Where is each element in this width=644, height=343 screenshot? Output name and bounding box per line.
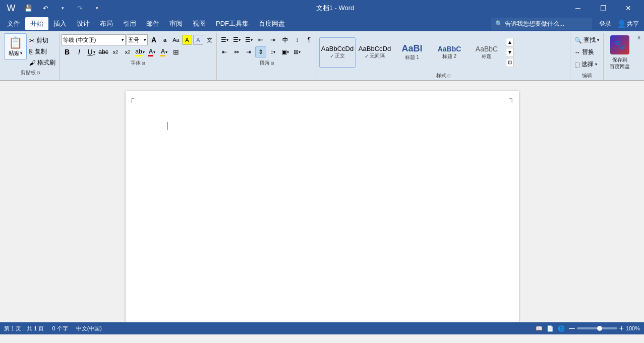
styles-scroll-down-btn[interactable]: ▼ bbox=[506, 48, 514, 57]
menu-review[interactable]: 审阅 bbox=[164, 17, 188, 30]
styles-scroll-up-btn[interactable]: ▲ bbox=[506, 38, 514, 47]
font-label: 字体 ⊡ bbox=[62, 59, 214, 68]
zoom-slider[interactable] bbox=[577, 327, 617, 329]
superscript-btn[interactable]: x2 bbox=[122, 46, 133, 58]
cut-button[interactable]: ✂ 剪切 bbox=[28, 35, 57, 46]
align-left-btn[interactable]: ⇤ bbox=[219, 46, 230, 58]
highlight-color-btn[interactable]: A bbox=[182, 35, 192, 45]
decrease-indent-btn[interactable]: ⇤ bbox=[255, 34, 266, 45]
text-cursor-area[interactable] bbox=[167, 122, 167, 130]
redo-btn[interactable]: ↷ bbox=[73, 1, 87, 15]
font-color-btn[interactable]: A ▾ bbox=[146, 46, 157, 58]
phonetic-btn[interactable]: 文 bbox=[204, 35, 214, 45]
word-icon: W bbox=[4, 1, 18, 15]
paragraph-group: ☰▾ ☰▾ ☰▾ ⇤ ⇥ 中 ↕ ¶ ⇤ ⇔ bbox=[217, 33, 317, 80]
style-heading2[interactable]: AaBbC 标题 2 bbox=[431, 37, 467, 68]
zoom-in-btn[interactable]: + bbox=[619, 324, 624, 333]
show-hide-btn[interactable]: ¶ bbox=[304, 34, 315, 45]
status-left: 第 1 页，共 1 页 0 个字 中文(中国) bbox=[4, 325, 102, 332]
collapse-ribbon-btn[interactable]: ∧ bbox=[637, 34, 641, 41]
search-bar[interactable]: 🔍 告诉我您想要做什么... bbox=[491, 18, 592, 30]
cut-label: 剪切 bbox=[36, 36, 48, 45]
chinese-layout-btn[interactable]: 中 bbox=[279, 34, 290, 45]
bullets-btn[interactable]: ☰▾ bbox=[219, 34, 230, 45]
close-btn[interactable]: ✕ bbox=[617, 0, 640, 16]
decrease-font-btn[interactable]: a bbox=[160, 35, 170, 45]
share-btn[interactable]: 👤 共享 bbox=[614, 19, 642, 29]
save-quick-btn[interactable]: 💾 bbox=[21, 1, 35, 15]
font-expand-icon[interactable]: ⊡ bbox=[142, 61, 145, 66]
justify-btn[interactable]: ⇕ bbox=[255, 46, 266, 58]
document-page[interactable]: ┌ ┐ bbox=[126, 91, 519, 322]
title-bar-title: 文档1 - Word bbox=[104, 4, 566, 13]
undo-dropdown-btn[interactable]: ▾ bbox=[55, 1, 70, 15]
menu-file[interactable]: 文件 bbox=[2, 17, 25, 30]
bullets-icon: ☰ bbox=[221, 36, 226, 43]
text-highlight-btn[interactable]: ab ▾ bbox=[134, 46, 145, 58]
find-btn[interactable]: 🔍 查找 ▾ bbox=[572, 34, 601, 46]
clipboard-expand-icon[interactable]: ⊡ bbox=[37, 71, 40, 75]
styles-more-btn[interactable]: ⊡ bbox=[506, 58, 514, 67]
menu-view[interactable]: 视图 bbox=[188, 17, 211, 30]
replace-btn[interactable]: ↔ 替换 bbox=[572, 46, 601, 58]
styles-label: 样式 ⊡ bbox=[319, 71, 568, 80]
align-center-btn[interactable]: ⇔ bbox=[231, 46, 242, 58]
menu-home[interactable]: 开始 bbox=[25, 17, 48, 30]
menu-design[interactable]: 设计 bbox=[72, 17, 95, 30]
style-heading1[interactable]: AaBl 标题 1 bbox=[394, 37, 430, 68]
font-effect-btn[interactable]: A bbox=[193, 35, 203, 45]
styles-expand-icon[interactable]: ⊡ bbox=[447, 74, 451, 78]
menu-pdf[interactable]: PDF工具集 bbox=[211, 17, 254, 30]
language: 中文(中国) bbox=[76, 325, 102, 332]
italic-btn[interactable]: I bbox=[74, 46, 85, 58]
shading-color-btn[interactable]: A ▾ bbox=[158, 46, 169, 58]
numbering-btn[interactable]: ☰▾ bbox=[231, 34, 242, 45]
read-mode-btn[interactable]: 📖 bbox=[536, 325, 543, 332]
border2-btn[interactable]: ⊞▾ bbox=[291, 46, 303, 58]
paragraph-expand-icon[interactable]: ⊡ bbox=[271, 61, 274, 66]
menu-baidu[interactable]: 百度网盘 bbox=[254, 17, 290, 30]
save-to-cloud-btn[interactable]: 🐾 保存到百度网盘 bbox=[608, 33, 632, 72]
bold-btn[interactable]: B bbox=[62, 46, 73, 58]
increase-indent-btn[interactable]: ⇥ bbox=[267, 34, 278, 45]
login-btn[interactable]: 登录 bbox=[596, 19, 614, 29]
customize-quick-access-btn[interactable]: ▾ bbox=[90, 1, 104, 15]
menu-layout[interactable]: 布局 bbox=[95, 17, 118, 30]
multilevel-btn[interactable]: ☰▾ bbox=[243, 34, 254, 45]
replace-label: 替换 bbox=[582, 48, 594, 56]
menu-references[interactable]: 引用 bbox=[118, 17, 141, 30]
undo-btn[interactable]: ↶ bbox=[38, 1, 52, 15]
border-btn[interactable]: ⊞ bbox=[170, 46, 182, 58]
line-spacing-btn[interactable]: ↕▾ bbox=[267, 46, 278, 58]
status-bar: 第 1 页，共 1 页 0 个字 中文(中国) 📖 📄 🌐 ─ + 100% bbox=[0, 322, 644, 334]
shading-btn[interactable]: ▣▾ bbox=[279, 46, 290, 58]
zoom-out-btn[interactable]: ─ bbox=[569, 324, 574, 333]
format-painter-button[interactable]: 🖌 格式刷 bbox=[28, 58, 57, 68]
border2-icon: ⊞ bbox=[294, 48, 299, 55]
style-title[interactable]: AaBbC 标题 bbox=[469, 37, 505, 68]
menu-mailings[interactable]: 邮件 bbox=[141, 17, 164, 30]
subscript-btn[interactable]: x2 bbox=[110, 46, 121, 58]
print-layout-btn[interactable]: 📄 bbox=[547, 325, 554, 332]
minimize-btn[interactable]: ─ bbox=[566, 0, 590, 16]
copy-button[interactable]: ⎘ 复制 bbox=[28, 46, 57, 57]
style-no-spacing[interactable]: AaBbCcDd ✓ 无间隔 bbox=[357, 37, 393, 68]
font-size-select[interactable]: 五号 ▾ bbox=[127, 34, 148, 45]
web-layout-btn[interactable]: 🌐 bbox=[558, 325, 565, 332]
strikethrough-btn[interactable]: abc bbox=[98, 46, 109, 58]
select-btn[interactable]: ⬚ 选择 ▾ bbox=[572, 59, 601, 70]
underline-btn[interactable]: U▾ bbox=[86, 46, 97, 58]
restore-btn[interactable]: ❐ bbox=[592, 0, 615, 16]
sort-btn[interactable]: ↕ bbox=[291, 34, 303, 45]
style-normal[interactable]: AaBbCcDd ✓ 正文 bbox=[319, 37, 356, 68]
align-right-btn[interactable]: ⇥ bbox=[243, 46, 254, 58]
paste-button[interactable]: 📋 粘贴 ▾ bbox=[4, 33, 27, 60]
change-case-btn[interactable]: Aa bbox=[171, 35, 181, 45]
menu-insert[interactable]: 插入 bbox=[48, 17, 72, 30]
style-heading2-preview: AaBbC bbox=[438, 45, 461, 53]
font-size-dropdown-icon: ▾ bbox=[144, 37, 146, 42]
font-name-select[interactable]: 等线 (中文正) ▾ bbox=[62, 34, 126, 45]
increase-font-btn[interactable]: A bbox=[149, 35, 159, 45]
text-cursor bbox=[167, 122, 167, 130]
multilevel-icon: ☰ bbox=[245, 36, 251, 43]
